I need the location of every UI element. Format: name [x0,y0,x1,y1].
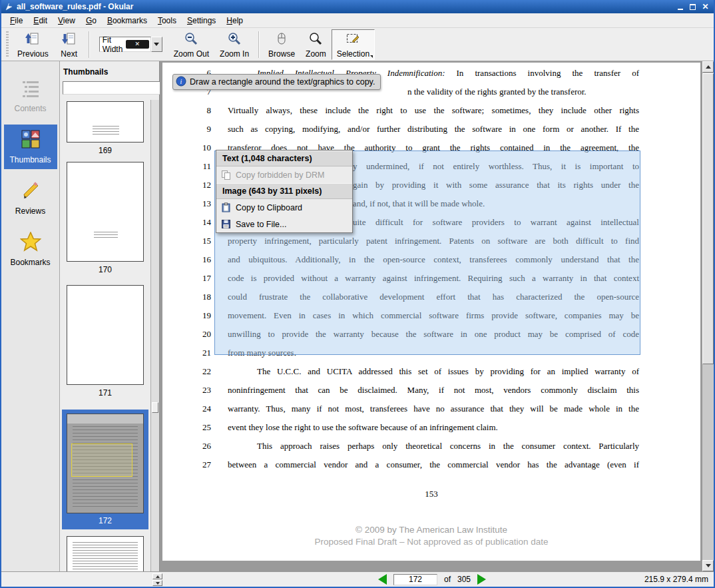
statusbar: of 305 215.9 x 279.4 mm [1,571,714,587]
zoom-combo-field[interactable]: Fit Width ✕ [99,37,151,52]
line-number: 19 [162,306,211,325]
thumbnail-selection-highlight [71,443,132,477]
zoom-combo[interactable]: Fit Width ✕ [99,37,162,53]
sidebar-item-reviews[interactable]: Reviews [4,176,57,220]
scrollbar-up-button[interactable] [702,61,714,73]
sidebar-item-label: Thumbnails [9,155,51,164]
close-icon: ✕ [702,3,708,11]
next-page-arrow-button[interactable] [477,574,486,585]
previous-button[interactable]: Previous [12,29,54,60]
menubar-item-view[interactable]: View [53,14,81,27]
arrow-up-icon [156,575,160,578]
previous-page-arrow-button[interactable] [378,574,387,585]
context-menu-copy-forbidden: Copy forbidden by DRM [216,166,352,183]
line-number: 9 [162,120,211,139]
thumbnail-scrollbar-thumb[interactable] [152,402,158,413]
page-dimensions-label: 215.9 x 279.4 mm [644,575,708,584]
zoom-out-button[interactable]: Zoom Out [168,29,214,60]
context-menu-item-label: Save to File... [236,220,286,229]
chevron-down-icon [154,43,159,46]
page-navigation: of 305 [378,572,486,587]
thumbnail-page-next-partial[interactable] [67,536,144,571]
document-page[interactable]: 6Implied Intellectual Property Indemnifi… [162,63,700,561]
zoom-tool-button[interactable]: Zoom [300,29,332,60]
line-text: n the validity of the rights granted by … [407,83,639,101]
combo-dropdown-button[interactable] [151,37,162,52]
thumbnail-scroll-down-button[interactable] [152,580,162,586]
thumbnail-page-172[interactable]: 172 [62,410,148,529]
line-text: warranty. Thus, many if not most, transf… [228,400,639,418]
thumbnail-page-169[interactable]: 169 [67,101,144,155]
line-number: 16 [162,250,211,269]
okular-app-icon[interactable] [4,2,13,11]
titlebar[interactable]: all_software_rules.pdf - Okular ✕ [1,0,714,13]
thumbnail-label: 171 [99,388,112,398]
menubar-item-go[interactable]: Go [81,14,102,27]
scrollbar-down-button[interactable] [702,560,714,571]
next-page-icon [62,31,77,48]
document-line: 9such as copying, modifying, and/or furt… [162,120,700,139]
line-text: event they lose the right to use the sof… [228,418,639,437]
next-button[interactable]: Next [54,29,85,60]
close-button[interactable]: ✕ [700,2,711,12]
line-text: Virtually always, these include the righ… [228,101,639,120]
maximize-button[interactable] [687,2,698,12]
sidebar: Contents Thumbnails Reviews Bookmarks [1,61,60,571]
total-pages-label: 305 [457,575,471,584]
selection-rectangle-icon [346,31,360,48]
sidebar-item-label: Bookmarks [10,258,50,267]
document-line: 8Virtually always, these include the rig… [162,101,700,120]
context-menu-copy-to-clipboard[interactable]: Copy to Clipboard [216,199,352,216]
minimize-button[interactable] [674,2,686,12]
thumbnail-page-171[interactable]: 171 [67,285,144,398]
document-viewer[interactable]: 6Implied Intellectual Property Indemnifi… [160,61,702,571]
line-number: 13 [162,194,211,213]
menubar-item-help[interactable]: Help [221,14,248,27]
thumbnail-page-170[interactable]: 170 [67,162,144,274]
toolbar-drag-handle[interactable] [6,31,9,58]
sidebar-item-thumbnails[interactable]: Thumbnails [4,125,57,169]
line-number: 24 [162,400,211,418]
sidebar-item-bookmarks[interactable]: Bookmarks [4,227,57,272]
toolbar-separator [89,31,89,58]
context-menu-item-label: Copy to Clipboard [236,203,302,212]
line-number: 22 [162,362,211,381]
thumbnail-filter-input[interactable] [63,81,171,95]
line-number: 25 [162,418,211,437]
selection-label: Selection [337,49,369,59]
page-number-input[interactable] [393,574,437,585]
menubar-item-file[interactable]: File [5,14,28,27]
toolbar: Previous Next Fit Width ✕ Zoom Out [1,28,714,61]
arrow-down-icon [706,564,711,567]
menubar-item-edit[interactable]: Edit [28,14,53,27]
sidebar-item-contents[interactable]: Contents [4,73,57,118]
line-text: noninfringement that can be disclaimed. … [228,381,639,400]
document-line: 23noninfringement that can be disclaimed… [162,381,700,400]
mouse-icon [274,31,289,48]
vertical-scrollbar[interactable] [702,61,714,571]
zoom-in-icon [227,31,242,48]
line-text: between a commercial vendor and a consum… [228,455,639,474]
zoom-out-icon [184,31,198,48]
thumbnails-icon [21,129,41,151]
clipboard-icon [220,202,231,213]
selection-tool-button[interactable]: Selection [332,29,375,60]
context-menu-text-header: Text (1,048 characters) [216,150,352,166]
menubar-item-bookmarks[interactable]: Bookmarks [102,14,152,27]
of-label: of [444,575,451,584]
thumbnail-scrollbar[interactable] [150,100,159,571]
context-menu-save-to-file[interactable]: Save to File... [216,216,352,232]
zoom-in-button[interactable]: Zoom In [214,29,254,60]
arrow-down-icon [156,582,160,585]
scrollbar-thumb[interactable] [702,73,714,364]
thumbnail-label: 172 [99,516,112,525]
zoom-in-label: Zoom In [220,49,249,59]
menubar-item-settings[interactable]: Settings [182,14,221,27]
browse-tool-button[interactable]: Browse [263,29,300,60]
maximize-icon [690,4,696,10]
combo-clear-icon[interactable]: ✕ [126,40,149,49]
thumbnail-image [67,414,144,513]
thumbnail-scroll-up-button[interactable] [152,573,162,579]
menubar-item-tools[interactable]: Tools [152,14,182,27]
toolbar-separator [258,31,259,58]
